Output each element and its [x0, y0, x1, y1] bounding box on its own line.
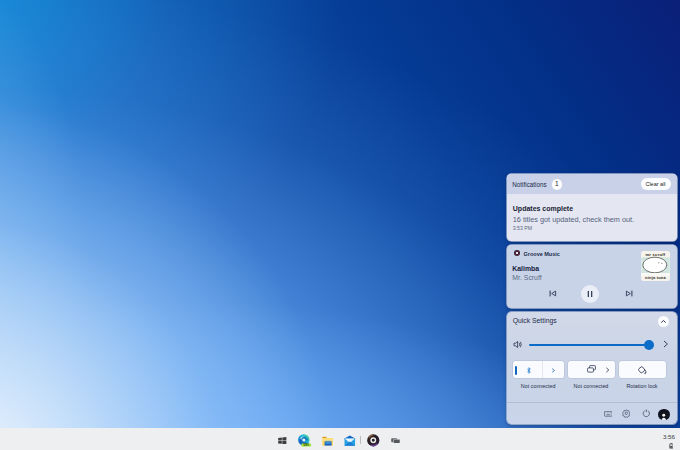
svg-text:ninja tuna: ninja tuna	[645, 276, 666, 281]
svg-text:DEV: DEV	[304, 443, 310, 447]
svg-text:mr scruff: mr scruff	[645, 252, 665, 257]
